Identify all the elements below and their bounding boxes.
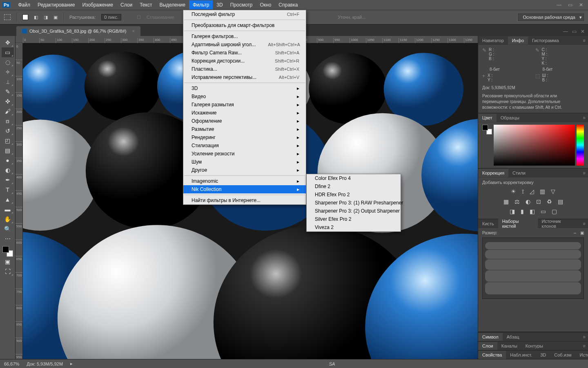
doc-minimize-icon[interactable]: — [563, 29, 568, 34]
tab-styles[interactable]: Стили [508, 169, 530, 177]
color-fgbg[interactable] [482, 125, 492, 135]
menu-sub-sharpen[interactable]: Усиление резкости▸ [183, 150, 306, 158]
menu-window[interactable]: Окно [256, 0, 275, 9]
nik-hdr-efex[interactable]: HDR Efex Pro 2 [307, 191, 401, 199]
adj-exposure-icon[interactable]: ▥ [540, 188, 545, 195]
tool-eyedropper[interactable]: ✎ [2, 87, 14, 96]
status-arrow-icon[interactable]: ▸ [70, 361, 73, 366]
tool-move[interactable]: ✥ [2, 38, 14, 47]
adj-vibrance-icon[interactable]: ▽ [551, 188, 555, 195]
panel-menu-icon[interactable]: ≡ [581, 38, 588, 43]
adj-bw-icon[interactable]: ◐ [526, 198, 530, 205]
doc-restore-icon[interactable]: ▭ [572, 29, 577, 34]
menu-help[interactable]: Справка [275, 0, 301, 9]
menu-browse-filters[interactable]: Найти фильтры в Интернете... [183, 196, 306, 204]
brush-preview-list[interactable] [482, 238, 584, 299]
menu-filter[interactable]: Фильтр [189, 0, 213, 9]
menu-sub-other[interactable]: Другое▸ [183, 166, 306, 174]
tab-channels[interactable]: Каналы [497, 342, 521, 350]
window-minimize-icon[interactable]: — [557, 2, 561, 8]
tab-layers[interactable]: Слои [478, 342, 497, 350]
tab-adjustments[interactable]: Коррекция [478, 169, 508, 177]
menu-sub-stylize[interactable]: Стилизация▸ [183, 141, 306, 150]
brush-new-icon[interactable]: ▣ [580, 231, 584, 235]
panel-menu-icon[interactable]: ≡ [581, 115, 588, 120]
menu-vanishing-point[interactable]: Исправление перспективы...Alt+Ctrl+V [183, 73, 306, 81]
tool-blur[interactable]: ● [2, 155, 14, 165]
adj-curves-icon[interactable]: ◿ [530, 188, 534, 195]
foreground-background-colors[interactable] [2, 246, 13, 257]
nik-color-efex[interactable]: Color Efex Pro 4 [307, 174, 401, 182]
document-tab[interactable]: Oboi_3D_Grafika_58_83.jpg @ 66,7% (RGB/8… [16, 26, 140, 36]
window-maximize-icon[interactable]: ▭ [568, 2, 572, 8]
tool-history-brush[interactable]: ↺ [2, 126, 14, 136]
adj-threshold-icon[interactable]: ◧ [530, 208, 535, 215]
selection-add-icon[interactable]: ◧ [34, 15, 38, 20]
tab-brush[interactable]: Кисть [478, 220, 498, 228]
tool-marquee[interactable]: ▭ [2, 47, 14, 57]
menu-edit[interactable]: Редактирование [34, 0, 78, 9]
menu-sub-distort[interactable]: Искажение▸ [183, 109, 306, 117]
tab-paths[interactable]: Контуры [521, 342, 547, 350]
menu-camera-raw[interactable]: Фильтр Camera Raw...Shift+Ctrl+A [183, 49, 306, 57]
panel-menu-icon[interactable]: ≡ [581, 334, 588, 339]
selection-subtract-icon[interactable]: ◨ [44, 15, 48, 20]
selection-intersect-icon[interactable]: ▣ [53, 15, 58, 20]
adj-mixer-icon[interactable]: ♻ [547, 198, 552, 205]
doc-close-icon[interactable]: ✕ [581, 29, 585, 34]
vertical-ruler[interactable]: 0501001502002503003504004505005506006507… [16, 43, 23, 359]
workspace-selector[interactable]: Основная рабочая среда [518, 13, 584, 21]
status-doc[interactable]: Док: 5,93M/5,92M [27, 361, 63, 366]
tool-hand[interactable]: ✋ [2, 214, 14, 224]
menu-last-filter[interactable]: Последний фильтрCtrl+F [183, 10, 306, 18]
window-close-icon[interactable]: ✕ [579, 2, 583, 8]
panel-menu-icon[interactable]: ≡ [581, 343, 588, 348]
menu-convert-smart[interactable]: Преобразовать для смарт-фильтров [183, 21, 306, 29]
tab-measurement[interactable]: Соб.изм [550, 351, 575, 359]
tab-history[interactable]: История [575, 351, 588, 359]
menu-sub-3d[interactable]: 3D▸ [183, 84, 306, 92]
antialias-checkbox[interactable]: ☐ [137, 15, 141, 20]
nik-silver-efex[interactable]: Silver Efex Pro 2 [307, 215, 401, 223]
menu-image[interactable]: Изображение [78, 0, 117, 9]
panel-menu-icon[interactable]: ≡ [581, 221, 588, 226]
adj-invert-icon[interactable]: ◨ [510, 208, 515, 215]
tab-character[interactable]: Символ [478, 333, 503, 341]
menu-plugin-nik[interactable]: Nik Collection▸ [183, 185, 306, 193]
menu-layers[interactable]: Слои [117, 0, 136, 9]
selection-new-icon[interactable] [22, 14, 28, 20]
tool-lasso[interactable]: ◌ [2, 57, 14, 67]
tool-type[interactable]: T [2, 185, 14, 195]
menu-liquify[interactable]: Пластика...Shift+Ctrl+X [183, 65, 306, 73]
menu-plugin-imagenomic[interactable]: Imagenomic▸ [183, 177, 306, 185]
menu-wide-angle[interactable]: Адаптивный широкий угол...Alt+Shift+Ctrl… [183, 40, 306, 49]
tab-close-icon[interactable]: × [132, 29, 134, 34]
tool-brush[interactable]: 🖌 [2, 106, 14, 116]
nik-dfine[interactable]: Dfine 2 [307, 182, 401, 191]
nik-sharpener-output[interactable]: Sharpener Pro 3: (2) Output Sharpener [307, 207, 401, 215]
menu-sub-noise[interactable]: Шум▸ [183, 158, 306, 166]
tool-shape[interactable]: ▬ [2, 204, 14, 214]
menu-sub-render[interactable]: Рендеринг▸ [183, 133, 306, 141]
tab-properties[interactable]: Свойства [478, 351, 506, 359]
tool-eraser[interactable]: ◰ [2, 136, 14, 146]
hue-slider[interactable] [577, 125, 584, 166]
menu-text[interactable]: Текст [136, 0, 156, 9]
tool-zoom[interactable]: 🔍 [2, 224, 14, 234]
tool-quickmask[interactable]: ▣ [2, 257, 14, 267]
tab-3d[interactable]: 3D [536, 351, 550, 359]
tool-dodge[interactable]: ◐ [2, 165, 14, 175]
adj-selective-icon[interactable]: ▢ [552, 208, 557, 215]
tab-swatches[interactable]: Образцы [497, 114, 523, 122]
tool-pen[interactable]: ✒ [2, 175, 14, 185]
tab-tool-presets[interactable]: Набл.инст. [506, 351, 536, 359]
menu-filter-gallery[interactable]: Галерея фильтров... [183, 32, 306, 40]
nik-viveza[interactable]: Viveza 2 [307, 223, 401, 231]
color-field[interactable] [494, 125, 575, 166]
adj-gradient-icon[interactable]: ▭ [541, 208, 546, 215]
brush-flip-icon[interactable]: ↔ [573, 231, 577, 235]
menu-3d[interactable]: 3D [213, 0, 226, 9]
adj-levels-icon[interactable]: ⟟ [522, 188, 524, 195]
nik-sharpener-raw[interactable]: Sharpener Pro 3: (1) RAW Presharpener [307, 199, 401, 207]
adj-brightness-icon[interactable]: ☀ [511, 188, 516, 195]
